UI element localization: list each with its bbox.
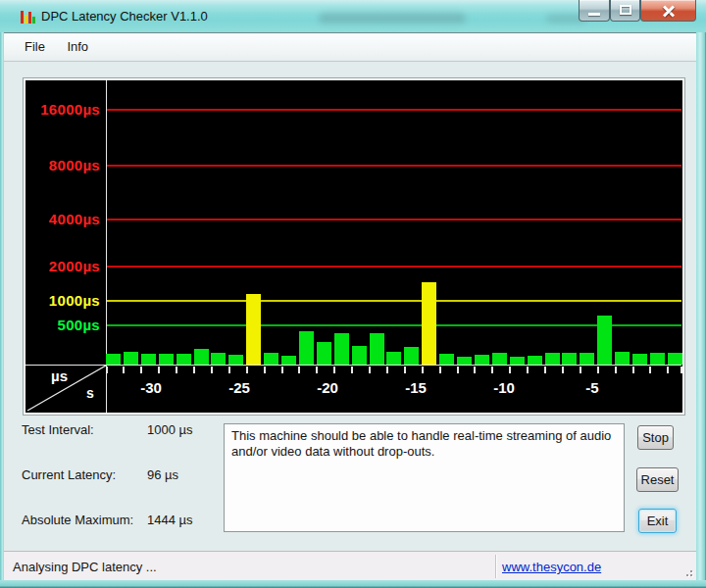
y-gridline (107, 165, 681, 167)
x-axis-tick (140, 367, 142, 373)
x-axis-tick (386, 367, 388, 373)
current-latency-value: 96 µs (147, 467, 178, 482)
reset-button[interactable]: Reset (636, 467, 679, 492)
app-icon (20, 9, 35, 24)
app-window: DPC Latency Checker V1.1.0 File Info 160… (0, 0, 706, 588)
latency-bar (246, 294, 261, 365)
x-axis-tick (667, 367, 669, 373)
x-axis-tick (491, 367, 493, 373)
latency-bar (457, 357, 472, 365)
latency-bar (650, 353, 665, 365)
latency-bar (317, 342, 331, 365)
latency-bar (106, 354, 121, 365)
x-axis-tick (404, 367, 406, 373)
latency-bar (124, 352, 138, 365)
x-axis-tick (649, 367, 651, 373)
latency-bar (370, 333, 384, 365)
window-title: DPC Latency Checker V1.1.0 (41, 9, 208, 24)
x-axis-tick (544, 367, 546, 373)
x-axis-tick (228, 367, 230, 373)
latency-chart: 16000µs8000µs4000µs2000µs1000µs500µs-30-… (23, 77, 685, 416)
x-axis-tick (439, 367, 441, 373)
x-axis-tick (474, 367, 476, 373)
advice-text-box: This machine should be able to handle re… (224, 423, 625, 532)
latency-bar (422, 282, 436, 365)
latency-bar (439, 354, 454, 365)
x-axis-tick (316, 367, 318, 373)
x-axis-tick (123, 367, 125, 373)
menu-file[interactable]: File (16, 33, 54, 54)
latency-bar (580, 353, 594, 365)
latency-bar (668, 353, 682, 365)
x-axis-tick (632, 367, 634, 373)
x-axis-tick (369, 367, 371, 373)
axis-corner-diagonal (25, 366, 107, 413)
x-axis-tick (562, 367, 564, 373)
x-axis-tick (176, 367, 177, 373)
x-axis-label: -25 (220, 379, 259, 396)
x-axis-tick (281, 367, 283, 373)
menu-bar: File Info (4, 33, 696, 62)
latency-bar (194, 349, 209, 365)
minimize-icon (588, 13, 600, 16)
close-icon (662, 4, 676, 18)
y-axis-label: 8000µs (25, 156, 100, 175)
y-gridline (107, 324, 681, 326)
window-frame-bottom (0, 580, 706, 588)
x-axis-tick (211, 367, 213, 373)
latency-bar (597, 316, 612, 365)
x-axis-tick (333, 367, 335, 373)
y-gridline (107, 300, 681, 302)
menu-info[interactable]: Info (58, 33, 97, 54)
watermark-smudge (319, 13, 466, 24)
test-interval-label: Test Interval: (22, 422, 94, 437)
current-latency-label: Current Latency: (22, 467, 116, 482)
latency-bar (562, 353, 577, 365)
x-axis-tick (264, 367, 266, 373)
latency-bar (334, 333, 349, 365)
minimize-button[interactable] (579, 0, 610, 22)
resize-grip-icon[interactable] (681, 564, 692, 576)
latency-bar (299, 331, 314, 365)
absolute-maximum-value: 1444 µs (147, 513, 193, 527)
y-axis-label: 4000µs (25, 210, 100, 229)
status-divider (495, 555, 496, 578)
x-axis-tick (158, 367, 160, 373)
latency-bar (404, 347, 419, 365)
latency-bar (545, 353, 560, 365)
test-interval-value: 1000 µs (147, 422, 193, 437)
x-axis-tick (615, 367, 617, 373)
latency-bar (632, 354, 647, 365)
x-axis-tick (246, 367, 248, 373)
latency-bar (176, 354, 191, 365)
maximize-button[interactable] (610, 0, 640, 22)
latency-bar (352, 346, 367, 365)
window-frame-right (696, 32, 706, 580)
x-axis-tick (597, 367, 599, 373)
x-axis-tick (422, 367, 424, 373)
x-axis-label: -15 (396, 379, 435, 396)
y-axis-label: 16000µs (25, 100, 100, 120)
latency-bar (141, 354, 156, 365)
x-axis-label: -5 (573, 379, 612, 396)
x-axis-tick (193, 367, 195, 373)
status-bar: Analysing DPC latency ... www.thesycon.d… (4, 551, 696, 580)
thesycon-link[interactable]: www.thesycon.de (502, 560, 601, 574)
x-axis-tick (509, 367, 511, 373)
latency-bar (528, 356, 542, 365)
x-axis-tick (681, 367, 682, 373)
exit-button[interactable]: Exit (638, 509, 677, 533)
title-bar[interactable]: DPC Latency Checker V1.1.0 (0, 0, 706, 32)
status-message: Analysing DPC latency ... (13, 560, 157, 574)
y-gridline (107, 266, 681, 268)
x-axis-label: -20 (308, 379, 347, 396)
latency-bar (211, 353, 226, 365)
stop-button[interactable]: Stop (637, 425, 674, 450)
latency-bar (264, 353, 278, 365)
absolute-maximum-label: Absolute Maximum: (22, 513, 133, 527)
y-gridline (107, 219, 681, 220)
x-axis-tick (457, 367, 459, 373)
close-button[interactable] (640, 0, 696, 22)
x-axis-tick (351, 367, 353, 373)
latency-bar (386, 352, 401, 365)
